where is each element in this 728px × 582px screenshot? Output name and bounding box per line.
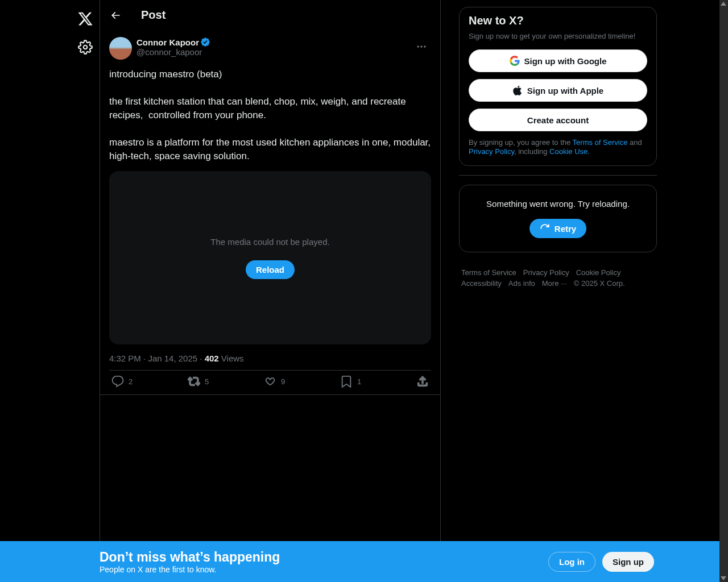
heart-icon (264, 375, 276, 388)
signup-google-label: Sign up with Google (524, 56, 607, 66)
footer-copyright: © 2025 X Corp. (574, 279, 625, 288)
footer-link[interactable]: Ads info (508, 279, 535, 288)
footer-link[interactable]: Accessibility (461, 279, 502, 288)
banner-title: Don’t miss what’s happening (100, 550, 548, 565)
retry-label: Retry (555, 224, 576, 234)
create-account-label: Create account (527, 115, 589, 125)
svg-point-3 (424, 45, 425, 47)
bookmark-count: 1 (357, 377, 361, 386)
create-account-button[interactable]: Create account (469, 109, 647, 131)
svg-point-1 (417, 45, 419, 47)
post-text: introducing maestro (beta) the first kit… (109, 68, 431, 163)
cookie-link[interactable]: Cookie Use. (549, 147, 590, 156)
footer-link[interactable]: Cookie Policy (576, 268, 621, 277)
media-error-text: The media could not be played. (210, 237, 329, 247)
apple-icon (512, 85, 523, 95)
svg-point-0 (84, 45, 88, 49)
retweet-icon (188, 375, 200, 388)
reload-button[interactable]: Reload (246, 260, 295, 279)
x-logo-icon (77, 11, 93, 27)
author-name[interactable]: Connor Kapoor (136, 38, 199, 47)
error-panel: Something went wrong. Try reloading. Ret… (459, 185, 657, 252)
page-title: Post (141, 9, 166, 22)
signup-google-button[interactable]: Sign up with Google (469, 49, 647, 72)
post-time[interactable]: 4:32 PM (109, 354, 141, 363)
refresh-icon (540, 223, 550, 234)
reply-count: 2 (129, 377, 133, 386)
views-label: Views (221, 354, 244, 363)
retry-button[interactable]: Retry (530, 219, 586, 238)
like-button[interactable]: 9 (264, 375, 285, 388)
author-handle[interactable]: @connor_kapoor (136, 47, 210, 57)
retweet-count: 5 (205, 377, 209, 386)
footer-links: Terms of Service Privacy Policy Cookie P… (459, 261, 657, 294)
signup-panel: New to X? Sign up now to get your own pe… (459, 7, 657, 166)
post-date[interactable]: Jan 14, 2025 (148, 354, 197, 363)
settings-nav[interactable] (71, 33, 100, 61)
share-icon (416, 375, 429, 388)
verified-badge-icon (200, 37, 210, 47)
bookmark-icon (340, 375, 353, 388)
like-count: 9 (281, 377, 285, 386)
x-logo[interactable] (71, 5, 100, 33)
tos-link[interactable]: Terms of Service (573, 138, 628, 147)
login-button[interactable]: Log in (548, 552, 595, 572)
scrollbar[interactable] (719, 0, 728, 582)
reply-icon (111, 375, 124, 388)
arrow-left-icon (110, 10, 121, 21)
footer-link[interactable]: Terms of Service (461, 268, 516, 277)
google-icon (510, 56, 520, 66)
privacy-link[interactable]: Privacy Policy (469, 147, 514, 156)
back-button[interactable] (106, 6, 125, 25)
signup-subtitle: Sign up now to get your own personalized… (469, 32, 647, 40)
footer-link[interactable]: More ··· (542, 279, 567, 288)
share-button[interactable] (416, 375, 429, 388)
signup-button[interactable]: Sign up (602, 552, 654, 572)
footer-link[interactable]: Privacy Policy (523, 268, 569, 277)
reply-button[interactable]: 2 (111, 375, 133, 388)
signup-title: New to X? (469, 14, 647, 27)
more-button[interactable] (412, 37, 431, 56)
retweet-button[interactable]: 5 (188, 375, 209, 388)
more-icon (416, 41, 427, 52)
gear-icon (78, 40, 93, 55)
signup-apple-label: Sign up with Apple (527, 86, 603, 95)
views-count[interactable]: 402 (205, 354, 219, 363)
media-placeholder: The media could not be played. Reload (109, 171, 431, 344)
signup-banner: Don’t miss what’s happening People on X … (0, 541, 728, 582)
signup-legal: By signing up, you agree to the Terms of… (469, 138, 647, 156)
banner-subtitle: People on X are the first to know. (100, 565, 548, 574)
post-meta: 4:32 PM · Jan 14, 2025 · 402 Views (109, 354, 431, 363)
avatar[interactable] (109, 37, 132, 60)
bookmark-button[interactable]: 1 (340, 375, 361, 388)
error-message: Something went wrong. Try reloading. (469, 199, 647, 209)
svg-point-2 (420, 45, 422, 47)
signup-apple-button[interactable]: Sign up with Apple (469, 79, 647, 102)
